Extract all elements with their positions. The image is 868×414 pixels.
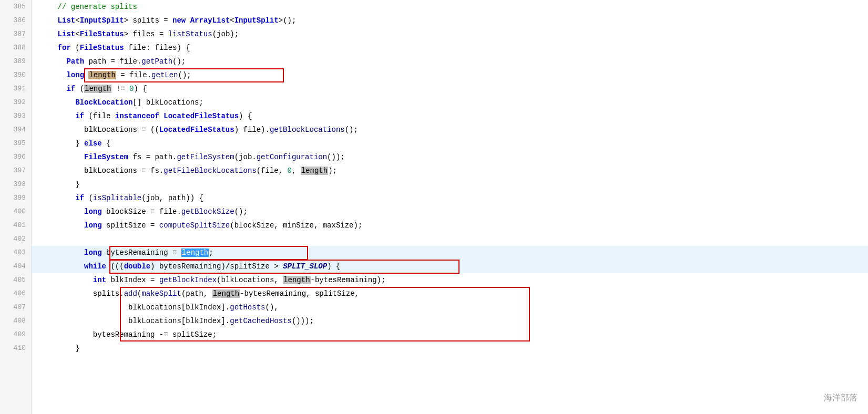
code-line-405: int blkIndex = getBlockIndex(blkLocation… xyxy=(32,273,868,287)
ln-396: 396 xyxy=(0,150,31,164)
code-line-403: long bytesRemaining = length; xyxy=(32,246,868,260)
ln-392: 392 xyxy=(0,96,31,109)
code-line-410: } xyxy=(32,341,868,355)
code-line-390: long length = file.getLen(); xyxy=(32,68,868,82)
code-line-396: FileSystem fs = path.getFileSystem(job.g… xyxy=(32,150,868,164)
code-line-386: List<InputSplit> splits = new ArrayList<… xyxy=(32,14,868,27)
line-numbers: 385 386 387 388 389 390 391 392 393 394 … xyxy=(0,0,32,414)
ln-409: 409 xyxy=(0,328,31,341)
code-container: 385 386 387 388 389 390 391 392 393 394 … xyxy=(0,0,868,414)
ln-405: 405 xyxy=(0,273,31,287)
code-line-391: if (length != 0) { xyxy=(32,82,868,96)
code-line-400: long blockSize = file.getBlockSize(); xyxy=(32,205,868,219)
code-line-393: if (file instanceof LocatedFileStatus) { xyxy=(32,109,868,123)
ln-408: 408 xyxy=(0,314,31,328)
ln-385: 385 xyxy=(0,0,31,14)
code-line-395: } else { xyxy=(32,137,868,150)
code-line-402 xyxy=(32,232,868,246)
code-line-399: if (isSplitable(job, path)) { xyxy=(32,191,868,205)
watermark: 海洋部落 xyxy=(824,392,857,403)
code-line-394: blkLocations = ((LocatedFileStatus) file… xyxy=(32,123,868,137)
ln-391: 391 xyxy=(0,82,31,96)
code-line-409: bytesRemaining -= splitSize; xyxy=(32,328,868,341)
ln-394: 394 xyxy=(0,123,31,137)
ln-410: 410 xyxy=(0,341,31,355)
ln-406: 406 xyxy=(0,287,31,301)
code-line-392: BlockLocation[] blkLocations; xyxy=(32,96,868,109)
ln-386: 386 xyxy=(0,14,31,27)
ln-401: 401 xyxy=(0,219,31,232)
ln-402: 402 xyxy=(0,232,31,246)
code-line-387: List<FileStatus> files = listStatus(job)… xyxy=(32,27,868,41)
code-line-408: blkLocations[blkIndex].getCachedHosts())… xyxy=(32,314,868,328)
ln-388: 388 xyxy=(0,41,31,55)
code-line-385: // generate splits xyxy=(32,0,868,14)
code-line-389: Path path = file.getPath(); xyxy=(32,55,868,68)
ln-390: 390 xyxy=(0,68,31,82)
ln-397: 397 xyxy=(0,164,31,178)
code-line-388: for (FileStatus file: files) { xyxy=(32,41,868,55)
code-area: // generate splits List<InputSplit> spli… xyxy=(32,0,868,414)
ln-387: 387 xyxy=(0,27,31,41)
code-line-404: while (((double) bytesRemaining)/splitSi… xyxy=(32,260,868,273)
code-line-406: splits.add(makeSplit(path, length-bytesR… xyxy=(32,287,868,301)
ln-393: 393 xyxy=(0,109,31,123)
ln-398: 398 xyxy=(0,178,31,191)
ln-395: 395 xyxy=(0,137,31,150)
ln-400: 400 xyxy=(0,205,31,219)
ln-404: 404 xyxy=(0,260,31,273)
code-line-398: } xyxy=(32,178,868,191)
ln-389: 389 xyxy=(0,55,31,68)
ln-403: 403 xyxy=(0,246,31,260)
code-line-407: blkLocations[blkIndex].getHosts(), xyxy=(32,301,868,314)
ln-407: 407 xyxy=(0,301,31,314)
code-line-401: long splitSize = computeSplitSize(blockS… xyxy=(32,219,868,232)
code-line-397: blkLocations = fs.getFileBlockLocations(… xyxy=(32,164,868,178)
ln-399: 399 xyxy=(0,191,31,205)
